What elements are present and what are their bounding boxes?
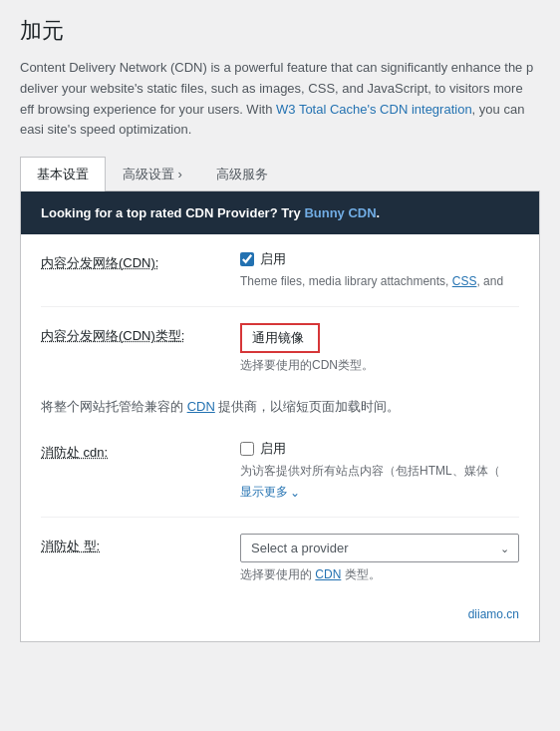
cdn-type-label: 内容分发网络(CDN)类型:: [41, 323, 240, 345]
tabs-bar: 基本设置 高级设置 › 高级服务: [20, 157, 540, 191]
content-box: Looking for a top rated CDN Provider? Tr…: [20, 191, 540, 642]
firewall-cdn-checkbox-label: 启用: [260, 440, 286, 458]
firewall-cdn-field: 启用 为访客提供对所有站点内容（包括HTML、媒体（ 显示更多 ⌄: [240, 440, 519, 501]
tab-advanced-settings[interactable]: 高级设置 ›: [106, 157, 199, 191]
show-more-link[interactable]: 显示更多 ⌄: [240, 484, 300, 501]
page-description: Content Delivery Network (CDN) is a powe…: [20, 58, 540, 141]
banner-text: Looking for a top rated CDN Provider? Tr…: [41, 205, 380, 220]
firewall-type-row: 消防处 型: Select a provider ⌄ 选择要使用的 CDN 类型…: [41, 518, 519, 599]
form-table: 内容分发网络(CDN): 启用 Theme files, media libra…: [21, 234, 539, 390]
css-link[interactable]: CSS: [452, 274, 477, 288]
tab-basic-settings[interactable]: 基本设置: [20, 157, 106, 191]
page-title: 加元: [20, 16, 540, 46]
cdn-banner: Looking for a top rated CDN Provider? Tr…: [21, 191, 539, 234]
cdn-enable-row: 内容分发网络(CDN): 启用 Theme files, media libra…: [41, 234, 519, 307]
cdn-type-description: 选择要使用的CDN类型。: [240, 356, 519, 374]
info-text-after: 提供商，以缩短页面加载时间。: [215, 399, 401, 414]
cdn-enable-label: 内容分发网络(CDN):: [41, 250, 240, 272]
cdn-type-value[interactable]: 通用镜像: [240, 323, 320, 353]
info-text-before: 将整个网站托管给兼容的: [41, 399, 187, 414]
cdn-enable-description: Theme files, media library attachments, …: [240, 272, 519, 290]
cdn-enable-checkbox-label: 启用: [260, 250, 286, 268]
chevron-down-icon: ⌄: [290, 486, 300, 500]
tab-advanced-service[interactable]: 高级服务: [199, 157, 285, 191]
cdn-enable-field: 启用 Theme files, media library attachment…: [240, 250, 519, 290]
firewall-type-label: 消防处 型:: [41, 534, 240, 555]
cdn-integration-link[interactable]: W3 Total Cache's CDN integration: [276, 102, 472, 117]
cdn-link[interactable]: CDN: [187, 399, 215, 414]
cdn-type-field: 通用镜像 选择要使用的CDN类型。: [240, 323, 519, 374]
bunny-cdn-link[interactable]: Bunny CDN: [304, 205, 376, 220]
firewall-cdn-description: 为访客提供对所有站点内容（包括HTML、媒体（: [240, 462, 519, 480]
cdn-type-row: 内容分发网络(CDN)类型: 通用镜像 选择要使用的CDN类型。: [41, 307, 519, 390]
firewall-cdn-row: 消防处 cdn: 启用 为访客提供对所有站点内容（包括HTML、媒体（ 显示更多…: [41, 424, 519, 518]
form-table-2: 消防处 cdn: 启用 为访客提供对所有站点内容（包括HTML、媒体（ 显示更多…: [21, 424, 539, 599]
provider-select-wrapper: Select a provider ⌄: [240, 534, 519, 562]
cdn-type-link[interactable]: CDN: [315, 567, 341, 581]
firewall-type-description: 选择要使用的 CDN 类型。: [240, 565, 519, 583]
firewall-cdn-label: 消防处 cdn:: [41, 440, 240, 462]
watermark: diiamo.cn: [21, 599, 539, 621]
provider-select[interactable]: Select a provider: [240, 534, 519, 562]
firewall-type-field: Select a provider ⌄ 选择要使用的 CDN 类型。: [240, 534, 519, 583]
info-link-row: 将整个网站托管给兼容的 CDN 提供商，以缩短页面加载时间。: [21, 390, 539, 424]
cdn-enable-checkbox[interactable]: [240, 252, 254, 266]
firewall-cdn-checkbox[interactable]: [240, 442, 254, 456]
